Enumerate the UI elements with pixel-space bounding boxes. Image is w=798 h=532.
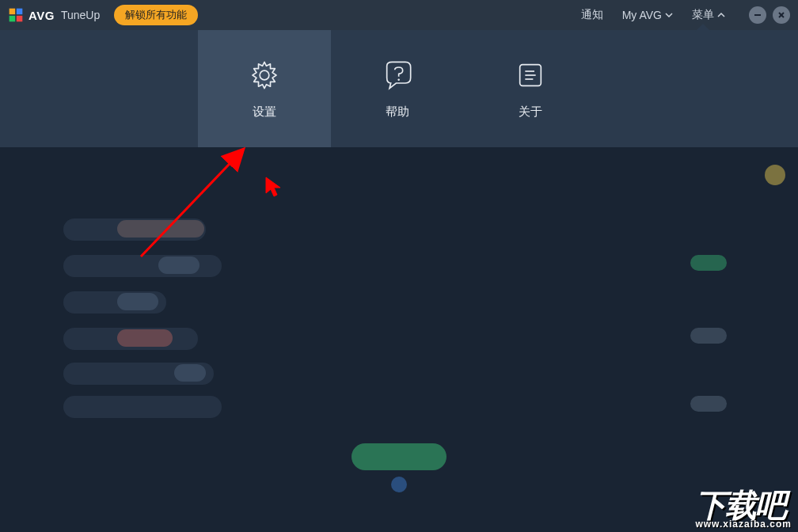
svg-point-8 xyxy=(397,78,400,81)
blurred-pill xyxy=(174,364,206,382)
menu-tile-label: 设置 xyxy=(253,104,276,120)
menu-tile-settings[interactable]: 设置 xyxy=(198,30,331,147)
svg-rect-1 xyxy=(17,9,23,15)
nav-notifications[interactable]: 通知 xyxy=(581,8,603,22)
watermark-url: www.xiazaiba.com xyxy=(695,520,792,529)
nav-notifications-label: 通知 xyxy=(581,8,603,22)
avg-logo-icon xyxy=(8,7,24,23)
blurred-pill xyxy=(117,293,158,310)
app-logo: AVG TuneUp xyxy=(8,7,100,23)
blurred-primary-button xyxy=(352,443,446,470)
nav-menu-label: 菜单 xyxy=(692,8,714,22)
status-dot xyxy=(765,165,785,185)
blurred-toggle xyxy=(690,255,727,271)
minimize-button[interactable] xyxy=(749,6,766,24)
chevron-down-icon xyxy=(665,9,673,21)
blurred-pill xyxy=(158,256,200,274)
watermark: 下载吧 www.xiazaiba.com xyxy=(695,490,792,529)
menu-caret-icon xyxy=(695,24,711,32)
blurred-toggle xyxy=(690,328,727,344)
blurred-toggle xyxy=(690,396,727,412)
menu-dropdown-panel: 设置 帮助 关于 xyxy=(0,30,798,147)
gear-icon xyxy=(248,59,281,92)
window-controls xyxy=(749,6,790,24)
svg-point-7 xyxy=(260,70,269,80)
menu-tile-about[interactable]: 关于 xyxy=(464,30,597,147)
nav-my-avg-label: My AVG xyxy=(622,9,662,21)
menu-tile-label: 关于 xyxy=(519,104,542,120)
close-button[interactable] xyxy=(773,6,790,24)
svg-rect-0 xyxy=(10,9,16,15)
brand-name: AVG xyxy=(28,9,55,22)
svg-rect-3 xyxy=(17,16,23,22)
svg-rect-2 xyxy=(10,16,16,22)
blurred-list-row xyxy=(63,396,222,418)
unlock-all-button[interactable]: 解锁所有功能 xyxy=(114,5,198,25)
chevron-up-icon xyxy=(717,9,725,21)
watermark-big: 下载吧 xyxy=(695,490,792,520)
menu-tile-help[interactable]: 帮助 xyxy=(331,30,464,147)
blurred-info-dot xyxy=(391,477,407,492)
product-name: TuneUp xyxy=(61,9,100,21)
nav-menu[interactable]: 菜单 xyxy=(692,8,725,22)
about-icon xyxy=(514,59,547,92)
blurred-pill xyxy=(117,329,173,347)
nav-my-avg[interactable]: My AVG xyxy=(622,9,673,21)
title-bar: AVG TuneUp 解锁所有功能 通知 My AVG 菜单 xyxy=(0,0,798,30)
blurred-pill xyxy=(117,220,204,238)
menu-tile-label: 帮助 xyxy=(386,104,409,120)
help-icon xyxy=(381,59,414,92)
